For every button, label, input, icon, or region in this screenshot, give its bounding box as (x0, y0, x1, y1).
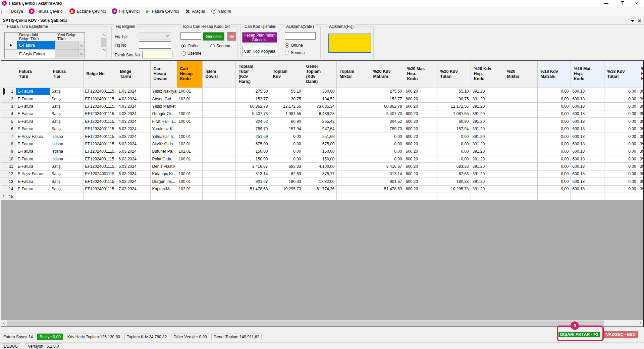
cell-kdv[interactable]: 30,75 (270, 95, 303, 102)
cell-m20[interactable]: 313,14 (370, 170, 404, 178)
cell-unvan[interactable]: Yorulmaz K... (150, 125, 177, 133)
cell-m18[interactable]: 0,00 (537, 103, 571, 110)
cell-doviz[interactable] (202, 95, 235, 102)
cell-hk18[interactable]: 39 (638, 133, 644, 140)
column-header-belge[interactable]: Belge No (83, 61, 117, 88)
cell-tk20[interactable]: 391.20 (471, 178, 504, 185)
cell-t20[interactable]: 1.081,55 (437, 110, 471, 117)
cell-hk18[interactable]: 39 (638, 110, 644, 117)
cell-kdv[interactable]: 180,33 (270, 178, 303, 185)
cell-tutar[interactable]: 3.416,67 (235, 163, 270, 170)
cell-mk18[interactable]: 600.18 (571, 148, 604, 155)
radio-uzerine[interactable]: Üzerine (181, 51, 201, 56)
cell-miktar[interactable] (336, 125, 370, 133)
cell-genel[interactable]: 251,69 (303, 133, 336, 140)
cell-tutar[interactable]: 150,00 (235, 148, 270, 155)
cell-mik20[interactable] (504, 148, 537, 155)
cell-kdv[interactable]: 0,00 (270, 140, 303, 148)
cell-belge[interactable]: EF12024001115... (83, 95, 117, 102)
cell-mk20[interactable]: 600.20 (404, 178, 437, 185)
column-header-tarih[interactable]: Belge Tarihi (117, 61, 150, 88)
scroll-thumb[interactable] (101, 38, 106, 47)
cell-mk18[interactable]: 600.18 (571, 103, 604, 110)
menu-araclar[interactable]: Araçlar (182, 7, 208, 16)
cell-tur[interactable]: E-Fatura (16, 163, 50, 170)
cell-m20[interactable]: 0,00 (370, 140, 404, 148)
cell-t18[interactable]: 0,00 (604, 185, 638, 193)
cell-doviz[interactable] (202, 193, 235, 200)
cell-m18[interactable]: 0,00 (537, 110, 571, 117)
radio-aciklama-sonuna[interactable]: Sonuna (285, 50, 305, 55)
cell-mk20[interactable]: 600.20 (404, 88, 437, 95)
cell-miktar[interactable] (336, 193, 370, 200)
cell-tur[interactable]: E-Fatura (16, 110, 50, 117)
cell-tutar[interactable]: 304,52 (235, 118, 270, 125)
cell-m20[interactable]: 3.416,67 (370, 163, 404, 170)
cell-unvan[interactable]: Bütüner Pa... (150, 148, 177, 155)
cell-hk18[interactable]: 39 (638, 185, 644, 193)
cell-kod[interactable]: 102.01 (177, 185, 202, 193)
cell-kdv[interactable]: 157,94 (270, 125, 303, 133)
cell-tutar[interactable]: 5.407,73 (235, 110, 270, 117)
cell-tip[interactable]: Satış (50, 170, 83, 178)
cell-mk18[interactable]: 600.18 (571, 133, 604, 140)
cell-tip[interactable]: Satış (50, 118, 83, 125)
cell-kod[interactable]: 100.01 (177, 88, 202, 95)
cell-t20[interactable]: 0,00 (437, 155, 471, 163)
column-header-mk18[interactable]: %18 Mat. Hsp. Kodu (571, 61, 604, 88)
cell-belge[interactable] (83, 193, 117, 200)
cell-mik20[interactable] (504, 133, 537, 140)
row-header[interactable]: 1 (1, 88, 16, 95)
cell-tk20[interactable]: 391.20 (471, 88, 504, 95)
cell-tutar[interactable]: 153,77 (235, 95, 270, 102)
cell-tur[interactable]: E-Fatura (16, 140, 50, 148)
cell-genel[interactable] (303, 193, 336, 200)
cell-unvan[interactable]: Durgun İnş... (150, 178, 177, 185)
cell-mk20[interactable]: 600.20 (404, 110, 437, 117)
cell-mk20[interactable]: 600.20 (404, 140, 437, 148)
cell-t18[interactable]: 0,00 (604, 170, 638, 178)
cell-hk18[interactable]: 39 (638, 155, 644, 163)
cell-mik20[interactable] (504, 88, 537, 95)
cell-kod[interactable]: 100.01 (177, 110, 202, 117)
cell-unvan[interactable]: Kaptan Ma... (150, 185, 177, 193)
cell-mik20[interactable] (504, 193, 537, 200)
column-header-kod[interactable]: Cari Hesap Kodu (177, 61, 202, 88)
cell-tarih[interactable]: 6.03.2024 (117, 155, 150, 163)
cell-unvan[interactable] (150, 193, 177, 200)
cell-mik20[interactable] (504, 155, 537, 163)
cell-hk18[interactable]: 39 (638, 140, 644, 148)
cell-m18[interactable]: 0,00 (537, 95, 571, 102)
column-header-mk20[interactable]: %20 Mat. Hsp. Kodu (404, 61, 437, 88)
cell-mk18[interactable]: 600.18 (571, 185, 604, 193)
cell-kod[interactable]: 100.01 (177, 155, 202, 163)
evrak-sira-no-input[interactable] (142, 51, 172, 58)
cell-tarih[interactable] (117, 193, 150, 200)
tab-close-icon[interactable]: ✕ (638, 19, 641, 23)
cell-tur[interactable]: E-Fatura (16, 155, 50, 163)
cell-tip[interactable]: Satış (50, 103, 83, 110)
cell-mk20[interactable]: 600.20 (404, 95, 437, 102)
cell-miktar[interactable] (336, 170, 370, 178)
cell-t20[interactable]: 30,75 (437, 95, 471, 102)
cell-m18[interactable]: 0,00 (537, 118, 571, 125)
cell-tur[interactable]: E-Fatura (16, 118, 50, 125)
cell-miktar[interactable] (336, 110, 370, 117)
cell-hk18[interactable]: 39 (638, 178, 644, 185)
row-header[interactable]: 6 (1, 125, 16, 133)
cell-tutar[interactable]: 150,00 (235, 155, 270, 163)
cell-t20[interactable]: 55,10 (437, 88, 471, 95)
cell-kdv[interactable]: 55,10 (270, 88, 303, 95)
cell-tip[interactable]: Istisna (50, 133, 83, 140)
row-header[interactable]: 4 (1, 110, 16, 117)
cell-m18[interactable]: 0,00 (537, 170, 571, 178)
column-header-unvan[interactable]: Cari Hesap Unvanı (150, 61, 177, 88)
cell-t18[interactable]: 0,00 (604, 110, 638, 117)
cell-mk18[interactable]: 600.18 (571, 155, 604, 163)
cell-tip[interactable]: Istisna (50, 140, 83, 148)
cell-t18[interactable]: 0,00 (604, 88, 638, 95)
cell-kdv[interactable]: 683,33 (270, 163, 303, 170)
cell-genel[interactable]: 675,00 (303, 140, 336, 148)
cell-kod[interactable]: 100.01 (177, 118, 202, 125)
cell-t20[interactable]: 0,00 (437, 140, 471, 148)
